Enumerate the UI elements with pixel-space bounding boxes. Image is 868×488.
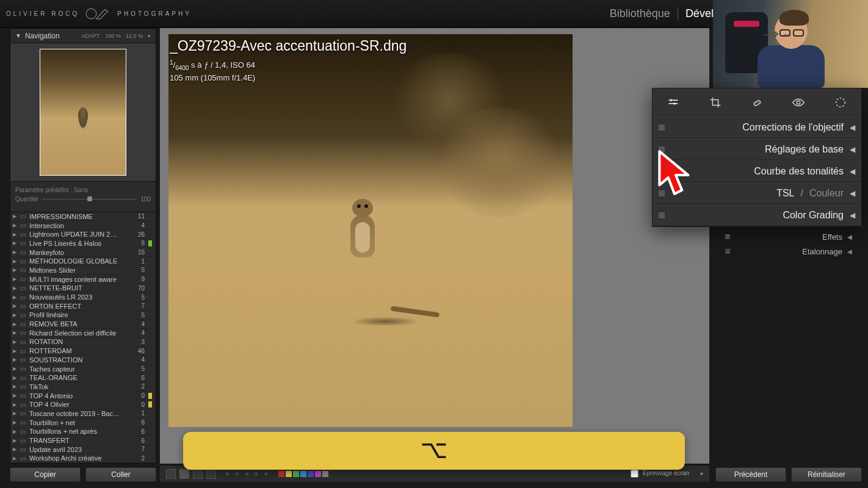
panel-label: Etalonnage — [802, 247, 842, 256]
compare-view-icon[interactable] — [193, 469, 203, 479]
develop-panel-header[interactable]: Réglages de base◀ — [653, 138, 861, 160]
preset-folder[interactable]: ▶▭Lightroom UPDATE JUIN 2…26 — [10, 230, 156, 239]
preset-folder[interactable]: ▶▭SOUSTRACTION4 — [10, 356, 156, 365]
soft-proof-label[interactable]: Epreuvage écran — [631, 470, 696, 478]
preset-folder[interactable]: ▶▭TOP 4 Antonio0 — [10, 392, 156, 401]
panel-toggle-icon[interactable] — [725, 234, 730, 239]
color-swatch[interactable] — [293, 471, 299, 477]
preset-count: 7 — [141, 303, 147, 309]
color-label-swatches[interactable] — [278, 471, 328, 477]
preset-folder[interactable]: ▶▭Midtones Slider5 — [10, 266, 156, 275]
preset-folder[interactable]: ▶▭REMOVE BETA4 — [10, 320, 156, 329]
develop-panel-header[interactable]: TSL/Couleur◀ — [653, 182, 861, 204]
grid-view-icon[interactable] — [166, 469, 176, 479]
preset-folder[interactable]: ▶▭ROTATION3 — [10, 338, 156, 347]
amount-slider[interactable] — [42, 195, 137, 203]
rating-stars[interactable]: ★ ★ ★ ★ ★ — [225, 470, 270, 477]
reset-button[interactable]: Réinitialiser — [791, 467, 862, 482]
zoom-fit[interactable]: ADAPT. — [81, 33, 101, 39]
preset-folder[interactable]: ▶▭Intersection4 — [10, 221, 156, 231]
disclosure-right-icon: ▶ — [13, 420, 18, 425]
folder-icon: ▭ — [20, 258, 26, 265]
preset-amount-box: Paramètre prédéfini : Sans Quantité 100 — [10, 182, 156, 212]
develop-panel-header[interactable]: Corrections de l'objectif◀ — [653, 117, 861, 138]
preset-folder[interactable]: ▶▭Mankeyfoto15 — [10, 248, 156, 257]
paste-button[interactable]: Coller — [85, 467, 156, 482]
preset-folder[interactable]: ▶▭Richard Selection ciel difficile4 — [10, 329, 156, 338]
preset-folder[interactable]: ▶▭TikTok2 — [10, 382, 156, 392]
develop-panel-header[interactable]: Etalonnage◀ — [719, 244, 858, 259]
soft-proof-checkbox[interactable] — [631, 470, 638, 478]
edit-indicator — [148, 428, 152, 434]
preset-folder[interactable]: ▶▭Profil linéaire5 — [10, 311, 156, 320]
folder-icon: ▭ — [20, 365, 26, 372]
color-swatch[interactable] — [300, 471, 306, 477]
disclosure-right-icon: ▶ — [13, 330, 18, 336]
panel-toggle-icon[interactable] — [659, 212, 665, 218]
develop-panel-header[interactable]: Effets◀ — [719, 229, 858, 244]
develop-panel-header[interactable]: Courbe des tonalités◀ — [653, 160, 861, 182]
zoom-controls[interactable]: ADAPT. 100 % 12,5 % ▾ — [81, 33, 151, 39]
module-bibliothèque[interactable]: Bibliothèque — [602, 7, 678, 20]
redeye-tool-icon[interactable] — [790, 95, 806, 110]
color-swatch[interactable] — [322, 471, 328, 477]
folder-icon: ▭ — [20, 419, 26, 426]
folder-icon: ▭ — [20, 446, 26, 453]
preset-folder[interactable]: ▶▭Live PS Liserés & Halos8 — [10, 239, 156, 248]
preset-list[interactable]: ▶▭IMPRESSIONNISME11▶▭Intersection4▶▭Ligh… — [10, 212, 156, 464]
preset-folder[interactable]: ▶▭Tourbillons + net après6 — [10, 428, 156, 437]
disclosure-right-icon: ▶ — [13, 429, 18, 434]
zoom-100[interactable]: 100 % — [105, 33, 121, 39]
loupe-view-icon[interactable] — [179, 469, 189, 479]
crop-tool-icon[interactable] — [707, 95, 723, 110]
folder-icon: ▭ — [20, 401, 26, 408]
preset-name: REMOVE BETA — [29, 320, 78, 328]
preset-folder[interactable]: ▶▭Workshop Archi créative2 — [10, 454, 156, 464]
preset-folder[interactable]: ▶▭Tourbillon + net6 — [10, 418, 156, 428]
center-canvas: _OZ97239-Avec accentuation-SR.dng 1/6400… — [160, 28, 709, 464]
panel-toggle-icon[interactable] — [725, 249, 730, 254]
preset-folder[interactable]: ▶▭TOP 4 Olivier0 — [10, 400, 156, 409]
edit-tool-icon[interactable] — [665, 95, 681, 110]
preset-folder[interactable]: ▶▭MÉTHODOLOGIE GLOBALE1 — [10, 257, 156, 266]
preset-folder[interactable]: ▶▭IMPRESSIONNISME11 — [10, 212, 156, 221]
color-swatch[interactable] — [286, 471, 292, 477]
panel-toggle-icon[interactable] — [659, 168, 665, 174]
logo-text-right: PHOTOGRAPHY — [117, 10, 192, 17]
disclosure-left-icon: ◀ — [850, 189, 855, 198]
healing-tool-icon[interactable] — [749, 95, 765, 110]
panel-toggle-icon[interactable] — [659, 124, 665, 131]
panel-toggle-icon[interactable] — [659, 146, 665, 152]
chevron-down-icon[interactable]: ▾ — [700, 470, 703, 477]
navigator-preview[interactable] — [10, 43, 156, 182]
preset-count: 1 — [141, 410, 147, 417]
panel-toggle-icon[interactable] — [659, 190, 665, 196]
zoom-custom[interactable]: 12,5 % — [126, 33, 143, 39]
preset-folder[interactable]: ▶▭TRANSFERT6 — [10, 436, 156, 445]
edit-indicator — [148, 285, 152, 291]
disclosure-right-icon: ▶ — [13, 357, 18, 362]
preset-folder[interactable]: ▶▭Toscane octobre 2019 - Bac…1 — [10, 409, 156, 418]
preset-folder[interactable]: ▶▭Update avril 20237 — [10, 445, 156, 454]
previous-button[interactable]: Précédent — [715, 467, 786, 482]
folder-icon: ▭ — [20, 455, 26, 462]
edit-indicator — [148, 357, 152, 363]
preset-folder[interactable]: ▶▭MULTI images content aware9 — [10, 275, 156, 284]
color-swatch[interactable] — [278, 471, 284, 477]
preset-folder[interactable]: ▶▭NETTETE-BRUIT70 — [10, 284, 156, 293]
copy-button[interactable]: Copier — [10, 467, 81, 482]
folder-icon: ▭ — [20, 348, 26, 354]
color-swatch[interactable] — [308, 471, 314, 477]
preset-folder[interactable]: ▶▭ROTTERDAM46 — [10, 346, 156, 356]
survey-view-icon[interactable] — [206, 469, 216, 479]
disclosure-down-icon[interactable]: ▾ — [148, 33, 151, 39]
preset-folder[interactable]: ▶▭Nouveautés LR 20235 — [10, 293, 156, 302]
main-photo[interactable] — [168, 34, 573, 427]
navigator-header[interactable]: ▼ Navigation ADAPT. 100 % 12,5 % ▾ — [10, 28, 156, 43]
preset-folder[interactable]: ▶▭ORTON EFFECT7 — [10, 302, 156, 311]
preset-folder[interactable]: ▶▭Taches capteur5 — [10, 365, 156, 374]
masking-tool-icon[interactable] — [833, 95, 848, 110]
preset-folder[interactable]: ▶▭TEAL-ORANGE6 — [10, 373, 156, 382]
develop-panel-header[interactable]: Color Grading◀ — [653, 204, 861, 226]
color-swatch[interactable] — [315, 471, 321, 477]
